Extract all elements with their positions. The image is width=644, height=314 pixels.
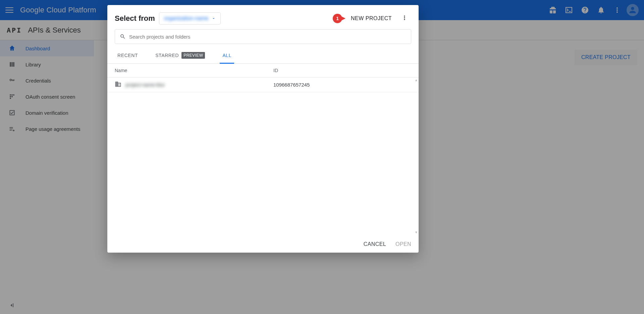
- dialog-header: Select from organization-name 1 NEW PROJ…: [107, 5, 419, 29]
- project-picker-dialog: Select from organization-name 1 NEW PROJ…: [107, 5, 419, 253]
- project-table-header: Name ID: [107, 64, 419, 77]
- tab-recent[interactable]: RECENT: [115, 47, 141, 63]
- scrollbar-down-icon[interactable]: ▼: [415, 230, 418, 235]
- tab-starred[interactable]: STARRED PREVIEW: [153, 47, 208, 63]
- project-table-body[interactable]: project-name-blur 1096687657245 ▲ ▼: [107, 77, 419, 236]
- project-id-cell: 1096687657245: [273, 82, 411, 88]
- tab-all[interactable]: ALL: [220, 47, 234, 63]
- organization-icon: [115, 81, 121, 89]
- chevron-down-icon: [212, 16, 216, 20]
- search-icon: [120, 34, 126, 40]
- table-row[interactable]: project-name-blur 1096687657245: [107, 77, 419, 92]
- dialog-more-icon[interactable]: [401, 14, 409, 22]
- dialog-footer: CANCEL OPEN: [107, 236, 419, 253]
- new-project-button[interactable]: NEW PROJECT: [351, 15, 392, 21]
- dialog-title: Select from: [115, 14, 155, 23]
- preview-badge: PREVIEW: [181, 52, 205, 59]
- project-name-cell: project-name-blur: [125, 82, 165, 88]
- col-header-name: Name: [115, 68, 273, 73]
- org-selector-label: organization-name: [164, 15, 209, 21]
- project-search-box[interactable]: [115, 29, 411, 44]
- open-button[interactable]: OPEN: [395, 241, 411, 247]
- annotation-step-1: 1: [333, 14, 346, 23]
- col-header-id: ID: [273, 68, 411, 73]
- org-selector-chip[interactable]: organization-name: [159, 12, 221, 24]
- cancel-button[interactable]: CANCEL: [364, 241, 386, 247]
- scrollbar-up-icon[interactable]: ▲: [415, 78, 418, 83]
- project-tabs: RECENT STARRED PREVIEW ALL: [107, 47, 419, 64]
- tab-starred-label: STARRED: [155, 53, 179, 58]
- project-search-input[interactable]: [129, 34, 406, 40]
